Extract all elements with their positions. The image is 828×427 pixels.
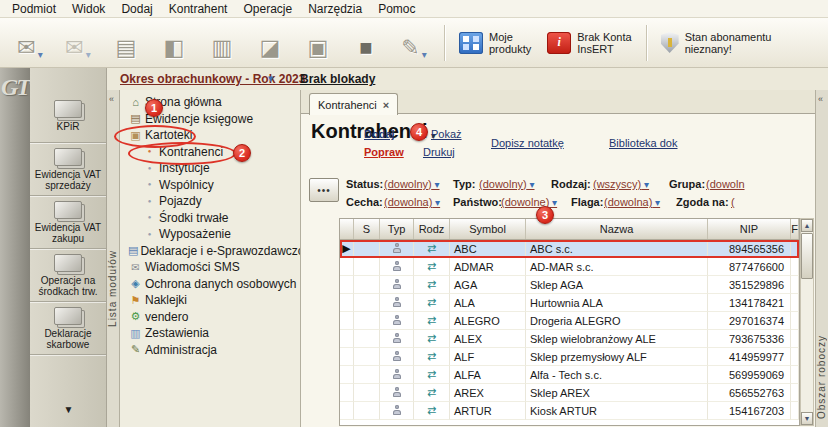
filter-cecha-value[interactable]: (dowolna) (384, 196, 440, 208)
action-dopisz-notatke[interactable]: Dopisz notatkę (491, 137, 564, 149)
filter-grupa-label: Grupa: (669, 178, 705, 190)
send-message-button[interactable] (6, 21, 54, 65)
share-button[interactable] (246, 21, 294, 65)
tree-item-deklaracje[interactable]: Deklaracje i e-Sprawozdawczość (120, 243, 300, 260)
data-cube-button[interactable] (342, 21, 390, 65)
menu-item-widok[interactable]: Widok (64, 2, 113, 16)
accounting-period-link[interactable]: Okres obrachunkowy - Rok 2023 (120, 72, 305, 86)
module-icon (54, 201, 82, 219)
filter-rodzaj-value[interactable]: (wszyscy) (593, 178, 649, 190)
tag-icon (128, 295, 143, 306)
menu-item-pomoc[interactable]: Pomoc (370, 2, 423, 16)
vertical-scrollbar[interactable]: ▲ ▼ (800, 218, 814, 426)
filter-zgoda-value[interactable]: ( (731, 196, 735, 208)
column-header-s[interactable]: S (354, 219, 380, 239)
person-icon (391, 387, 402, 398)
tree-item-kartoteki[interactable]: Kartoteki (120, 127, 300, 144)
transfer-icon: ⇄ (414, 258, 450, 276)
collapse-icon[interactable]: « (818, 94, 823, 104)
cell-flaga (791, 330, 799, 348)
cell-typ (380, 348, 414, 366)
menu-item-narzedzia[interactable]: Narzędzia (300, 2, 370, 16)
column-header-selector[interactable] (340, 219, 354, 239)
module-ewidencja-vat-zakupu[interactable]: Ewidencja VAT zakupu (30, 196, 106, 249)
moje-produkty-label-line1: Moje (489, 31, 531, 43)
filter-status-value[interactable]: (dowolny) (384, 178, 440, 190)
tree-item-instytucje[interactable]: Instytucje (120, 160, 300, 177)
menu-item-operacje[interactable]: Operacje (235, 2, 300, 16)
module-kpir[interactable]: KPiR (30, 90, 106, 143)
table-row-admar[interactable]: ⇄ ADMAR AD-MAR s.c. 877476600 (340, 258, 799, 276)
table-row-alfa[interactable]: ⇄ ALFA Alfa - Tech s.c. 569959069 (340, 366, 799, 384)
tree-item-zestawienia[interactable]: Zestawienia (120, 325, 300, 342)
tree-item-wspolnicy[interactable]: Wspólnicy (120, 177, 300, 194)
dropdown-icon (36, 47, 43, 61)
cell-nip: 154167203 (708, 402, 791, 420)
moje-produkty-button[interactable]: Moje produkty (451, 31, 539, 55)
column-header-symbol[interactable]: Symbol (450, 219, 526, 239)
table-row-arex[interactable]: ⇄ AREX Sklep AREX 656552763 (340, 384, 799, 402)
column-header-typ[interactable]: Typ (380, 219, 414, 239)
action-popraw[interactable]: Popraw (364, 146, 404, 158)
column-header-nazwa[interactable]: Nazwa (526, 219, 708, 239)
table-row-artur[interactable]: ⇄ ARTUR Kiosk ARTUR 154167203 (340, 402, 799, 420)
table-row-abc[interactable]: ▶ ⇄ ABC ABC s.c. 894565356 (340, 240, 799, 258)
modules-more-button[interactable]: ▼ (30, 404, 107, 415)
subscription-status[interactable]: Stan abonamentu nieznany! (653, 31, 780, 55)
tools-button[interactable] (390, 21, 438, 65)
module-operacje-srodki-trwale[interactable]: Operacje na środkach trw. (30, 249, 106, 302)
scroll-down-button[interactable]: ▼ (801, 412, 813, 425)
copy-document-button[interactable] (150, 21, 198, 65)
module-deklaracje-skarbowe[interactable]: Deklaracje skarbowe (30, 302, 106, 355)
filter-typ-value[interactable]: (dowolny) (479, 178, 535, 190)
tree-item-srodki-trwale[interactable]: Środki trwałe (120, 210, 300, 227)
tree-item-wyposazenie[interactable]: Wyposażenie (120, 226, 300, 243)
tree-item-administracja[interactable]: Administracja (120, 342, 300, 359)
tree-item-kontrahenci[interactable]: Kontrahenci (120, 144, 300, 161)
column-header-rodz[interactable]: Rodz (414, 219, 450, 239)
tree-item-wiadomosci-sms[interactable]: Wiadomości SMS (120, 259, 300, 276)
print-button[interactable] (102, 21, 150, 65)
person-icon (391, 351, 402, 362)
tree-item-vendero[interactable]: vendero (120, 309, 300, 326)
email-button[interactable] (54, 21, 102, 65)
action-pokaz[interactable]: Pokaż (431, 128, 462, 140)
menu-item-kontrahent[interactable]: Kontrahent (161, 2, 236, 16)
cell-typ (380, 312, 414, 330)
table-row-aga[interactable]: ⇄ AGA Sklep AGA 351529896 (340, 276, 799, 294)
close-icon[interactable]: × (383, 100, 389, 110)
home-icon (128, 97, 143, 108)
filter-options-button[interactable]: ••• (309, 178, 339, 202)
konto-insert-button[interactable]: i Brak Konta InsERT (539, 31, 639, 55)
tab-bar: Kontrahenci × (301, 90, 815, 114)
table-row-alegro[interactable]: ⇄ ALEGRO Drogeria ALEGRO 297016374 (340, 312, 799, 330)
collapse-icon[interactable]: « (109, 94, 114, 104)
table-row-ala[interactable]: ⇄ ALA Hurtownia ALA 134178421 (340, 294, 799, 312)
envelope-icon (17, 35, 35, 61)
action-drukuj[interactable]: Drukuj (423, 146, 455, 158)
column-header-nip[interactable]: NIP (708, 219, 791, 239)
tree-item-pojazdy[interactable]: Pojazdy (120, 193, 300, 210)
tree-item-naklejki[interactable]: Naklejki (120, 292, 300, 309)
cell-typ (380, 276, 414, 294)
filter-grupa-value[interactable]: (dowoln (706, 178, 745, 190)
table-row-alf[interactable]: ⇄ ALF Sklep przemysłowy ALF 414959977 (340, 348, 799, 366)
table-row-alex[interactable]: ⇄ ALEX Sklep wielobranżowy ALE 793675336 (340, 330, 799, 348)
archive-button[interactable] (294, 21, 342, 65)
dropdown-icon[interactable]: ▾ (268, 72, 274, 85)
scroll-up-button[interactable]: ▲ (801, 219, 813, 232)
menu-item-dodaj[interactable]: Dodaj (113, 2, 160, 16)
tab-kontrahenci[interactable]: Kontrahenci × (309, 93, 398, 115)
lock-status-link[interactable]: Brak blokady (300, 72, 375, 86)
tree-item-ochrona-danych[interactable]: Ochrona danych osobowych (120, 276, 300, 293)
documents-button[interactable] (198, 21, 246, 65)
scrollbar-thumb[interactable] (801, 233, 813, 279)
filter-flaga-value[interactable]: (dowolna) (604, 196, 660, 208)
action-biblioteka-dokumentow[interactable]: Biblioteka dok (609, 137, 678, 149)
action-dodaj[interactable]: Dodaj (364, 128, 395, 140)
menu-item-podmiot[interactable]: Podmiot (4, 2, 64, 16)
tree-item-label: Pojazdy (159, 194, 202, 208)
cell-flaga (791, 276, 799, 294)
module-ewidencja-vat-sprzedazy[interactable]: Ewidencja VAT sprzedaży (30, 143, 106, 196)
column-header-flaga[interactable]: F (791, 219, 799, 239)
